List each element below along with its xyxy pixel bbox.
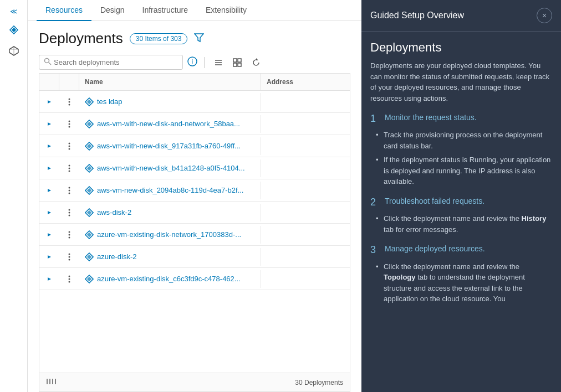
guided-section-title: Deployments [370,40,552,55]
deployment-icon [85,252,94,261]
step-2-number: 2 [370,196,379,209]
grid-view-button[interactable] [230,56,244,69]
svg-text:i: i [192,58,193,65]
row-actions-button[interactable] [59,209,79,216]
list-view-button[interactable] [211,56,226,69]
row-name[interactable]: aws-vm-new-disk_2094ab8c-119d-4ea7-b2f..… [79,182,261,199]
svg-point-31 [69,142,70,144]
svg-rect-16 [238,63,241,66]
svg-rect-13 [233,59,237,62]
filter-icon[interactable] [194,33,204,45]
guided-step-2: 2 Troubleshoot failed requests. Click th… [370,196,552,235]
info-button[interactable]: i [187,56,197,68]
row-expand-button[interactable] [39,188,59,193]
row-expand-button[interactable] [39,143,59,149]
row-actions-button[interactable] [59,142,79,150]
deployment-icon [85,186,94,195]
row-actions-button[interactable] [59,98,79,106]
row-expand-button[interactable] [39,210,59,215]
search-input[interactable] [54,58,178,66]
main-content: Resources Design Infrastructure Extensib… [28,0,361,392]
svg-point-21 [69,104,70,105]
col-address-header: Address [261,74,350,90]
row-name[interactable]: aws-vm-with-new-disk-and-network_58baa..… [79,115,261,133]
svg-point-63 [69,259,70,260]
svg-point-62 [69,256,70,257]
table-row: azure-vm-existing-disk_c6c3fd9c-c478-462… [39,268,350,290]
step-2-bullet-1: Click the deployment name and review the… [384,213,552,235]
tab-extensibility[interactable]: Extensibility [197,0,256,21]
row-expand-button[interactable] [39,232,59,238]
svg-point-33 [69,148,70,149]
row-actions-button[interactable] [59,164,79,172]
row-actions-button[interactable] [59,187,79,194]
tab-infrastructure[interactable]: Infrastructure [134,0,197,21]
svg-marker-48 [48,211,51,214]
history-highlight: History [522,214,547,223]
svg-point-43 [69,187,70,188]
sidebar-icon-cube[interactable] [5,42,23,60]
row-name[interactable]: azure-vm-existing-disk-network_1700383d-… [79,226,261,244]
svg-marker-42 [48,189,51,192]
svg-point-61 [69,253,70,255]
svg-point-69 [69,281,70,282]
deployment-icon [85,164,94,173]
diamond-icon [8,24,19,35]
row-name-text: aws-vm-with-new-disk_917a31fb-a760-49ff.… [97,142,241,150]
row-name[interactable]: aws-vm-with-new-disk_917a31fb-a760-49ff.… [79,137,261,155]
sidebar: ≪ [0,0,28,392]
refresh-button[interactable] [249,56,263,69]
guided-step-3: 3 Manage deployed resources. Click the d… [370,244,552,304]
step-2-title: Troubleshoot failed requests. [385,196,484,206]
deployment-icon [85,208,94,217]
tab-resources[interactable]: Resources [37,0,91,21]
row-name[interactable]: tes ldap [79,93,261,111]
row-actions-button[interactable] [59,120,79,128]
columns-button[interactable] [46,378,56,387]
step-1-bullet-2: If the deployment status is Running, you… [384,154,552,187]
svg-point-6 [45,59,49,63]
toolbar: i [28,51,361,73]
step-2-header: 2 Troubleshoot failed requests. [370,196,552,209]
row-actions-button[interactable] [59,253,79,261]
svg-marker-36 [48,167,51,170]
col-expand-header [39,74,59,90]
svg-point-49 [69,209,70,210]
close-guided-panel-button[interactable]: × [537,8,552,23]
table-body: tes ldap aws-vm-with-new-disk-and-netw [39,91,350,373]
row-expand-button[interactable] [39,254,59,260]
step-1-bullets: Track the provisioning process on the de… [370,130,552,187]
row-name-text: aws-disk-2 [97,208,131,216]
table-row: azure-disk-2 [39,246,350,268]
svg-marker-17 [256,58,258,60]
sidebar-icon-diamond[interactable] [5,21,23,39]
svg-rect-1 [11,28,16,32]
row-expand-button[interactable] [39,99,59,105]
step-2-bullets: Click the deployment name and review the… [370,213,552,235]
row-address [261,186,350,195]
row-expand-button[interactable] [39,166,59,171]
svg-point-27 [69,126,70,127]
row-actions-button[interactable] [59,275,79,283]
svg-marker-30 [48,145,51,148]
row-name-text: azure-disk-2 [97,252,137,261]
col-actions-header [59,74,79,90]
tab-design[interactable]: Design [91,0,134,21]
svg-point-37 [69,164,70,166]
svg-point-44 [69,189,70,191]
row-name[interactable]: aws-vm-with-new-disk_b41a1248-a0f5-4104.… [79,159,261,177]
row-expand-button[interactable] [39,276,59,282]
row-expand-button[interactable] [39,121,59,127]
guided-header-title: Guided Setup Overview [370,11,464,20]
guided-body: Deployments Deployments are your deploye… [361,32,561,322]
row-name[interactable]: azure-disk-2 [79,248,261,266]
search-box[interactable] [39,55,183,70]
svg-point-38 [69,167,70,169]
row-actions-button[interactable] [59,231,79,239]
sidebar-toggle[interactable]: ≪ [5,4,23,18]
row-name[interactable]: azure-vm-existing-disk_c6c3fd9c-c478-462… [79,270,261,288]
row-address [261,120,350,128]
svg-point-19 [69,98,70,100]
row-name[interactable]: aws-disk-2 [79,204,261,221]
row-name-text: aws-vm-with-new-disk-and-network_58baa..… [97,120,240,128]
